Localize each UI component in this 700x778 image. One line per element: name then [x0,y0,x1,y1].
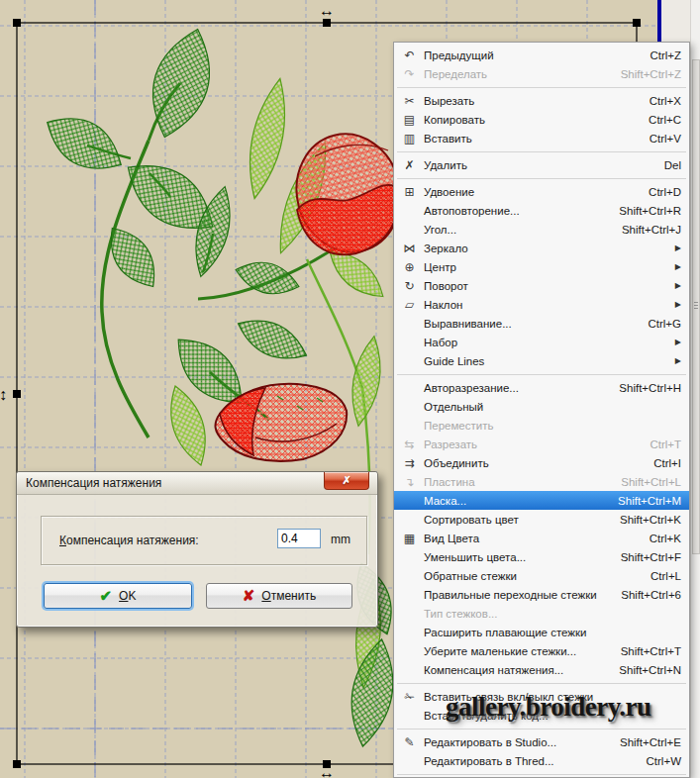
selection-handle[interactable] [13,19,21,27]
menu-item-label: Расширить плавающие стежки [420,627,671,638]
cancel-button[interactable]: ✘ Отменить [206,583,352,609]
menu-item-label: Центр [420,261,662,273]
menu-item[interactable]: ↶ПредыдущийCtrl+Z [394,46,689,64]
menu-item-label: Выравнивание... [420,318,638,330]
menu-item[interactable]: ▤КопироватьCtrl+C [394,110,689,129]
menu-item-label: Guide Lines [420,355,662,367]
v-resize-cursor-icon: ↕ [0,386,7,403]
plate-icon: ↴ [399,475,420,489]
menu-item[interactable]: ↴ПластинаShift+Ctrl+L [394,472,689,491]
menu-item[interactable]: ▦Вид ЦветаCtrl+K [394,529,689,547]
menu-separator [394,147,689,155]
menu-item[interactable]: Авторазрезание...Shift+Ctrl+H [394,378,689,397]
menu-item-shortcut: Shift+Ctrl+6 [611,589,681,601]
unit-label: mm [331,533,350,546]
close-icon: ✗ [342,474,350,487]
menu-item-label: Обратные стежки [420,570,641,582]
submenu-arrow-icon: ▶ [672,243,681,252]
menu-item[interactable]: Переместить [394,416,689,435]
menu-item-label: Вид Цвета [420,533,640,544]
selection-handle[interactable] [13,760,21,768]
menu-item[interactable]: Guide Lines▶ [394,351,689,370]
menu-item-shortcut: Shift+Ctrl+T [611,645,681,657]
menu-item[interactable]: Набор▶ [394,333,689,351]
menu-item-label: Зеркало [420,243,662,254]
menu-item-label: Удвоение [420,186,639,198]
menu-item-shortcut: Shift+Ctrl+R [609,205,681,217]
menu-item-label: Тип стежков... [420,608,671,620]
menu-separator [394,725,689,732]
menu-item-label: Автоповторение... [420,205,609,217]
menu-item[interactable]: Уберите маленькие стежки...Shift+Ctrl+T [394,641,689,660]
menu-item[interactable]: ✗УдалитьDel [394,155,689,174]
menu-item-label: Пластина [420,476,611,488]
menu-separator [394,174,689,182]
menu-separator [394,770,689,778]
menu-item[interactable]: Тип стежков... [394,604,689,623]
selection-handle[interactable] [13,390,21,398]
x-icon: ✘ [243,587,255,605]
menu-item-label: Правильные переходные стежки [420,589,611,601]
menu-item[interactable]: ⋈Зеркало▶ [394,239,689,257]
menu-item-label: Вырезать [420,95,640,107]
menu-separator [394,370,689,378]
menu-item-shortcut: Ctrl+T [640,438,681,450]
menu-item[interactable]: Маска...Shift+Ctrl+M [394,491,689,510]
menu-item[interactable]: ⊕Центр▶ [394,257,689,276]
menu-item-label: Переместить [420,420,671,432]
menu-item-shortcut: Shift+Ctrl+M [608,495,681,507]
menu-item-shortcut: Del [654,159,681,171]
vertical-scrollbar[interactable] [690,0,700,778]
center-icon: ⊕ [399,260,420,274]
menu-item-shortcut: Shift+Ctrl+L [611,476,681,488]
menu-item[interactable]: Правильные переходные стежкиShift+Ctrl+6 [394,585,689,604]
menu-item[interactable]: Расширить плавающие стежки [394,623,689,641]
duplicate-icon: ⊞ [399,185,420,199]
menu-item-shortcut: Ctrl+G [638,318,681,330]
menu-item[interactable]: Компенсация натяжения...Shift+Ctrl+N [394,660,689,679]
split-icon: ⇆ [399,438,420,451]
menu-item[interactable]: ⇆РазрезатьCtrl+T [394,435,689,453]
menu-item-shortcut: Shift+Ctrl+K [610,514,681,526]
menu-item-label: Объединить [420,457,644,469]
close-button[interactable]: ✗ [324,472,369,490]
menu-item[interactable]: ✎Редактировать в Studio...Shift+Ctrl+E [394,732,689,751]
menu-item[interactable]: Обратные стежкиCtrl+L [394,566,689,585]
menu-separator [394,679,689,687]
menu-item[interactable]: Угол...Shift+Ctrl+J [394,220,689,239]
menu-item-label: Наклон [420,299,662,311]
menu-item[interactable]: ▱Наклон▶ [394,295,689,314]
selection-handle[interactable] [633,19,641,27]
menu-item[interactable]: ↻Поворот▶ [394,276,689,295]
menu-item[interactable]: ▥ВставитьCtrl+V [394,129,689,147]
selection-handle[interactable] [323,19,331,27]
undo-icon: ↶ [399,49,420,62]
menu-item[interactable]: Сортировать цветShift+Ctrl+K [394,510,689,529]
menu-item-shortcut: Ctrl+D [639,186,681,198]
menu-item-label: Сортировать цвет [420,514,610,526]
rotate-icon: ↻ [399,279,420,293]
menu-item[interactable]: Выравнивание...Ctrl+G [394,314,689,333]
menu-item[interactable]: Автоповторение...Shift+Ctrl+R [394,201,689,220]
menu-item[interactable]: ↷ПеределатьShift+Ctrl+Z [394,64,689,83]
tension-value-input[interactable] [277,529,321,548]
menu-item-label: Угол... [420,224,612,236]
menu-item-shortcut: Shift+Ctrl+N [609,664,681,676]
menu-item[interactable]: Уменьшить цвета...Shift+Ctrl+F [394,547,689,566]
menu-item-label: Набор [420,337,662,348]
menu-item-label: Предыдущий [420,49,640,61]
menu-item-label: Копировать [420,114,639,126]
ok-button[interactable]: ✔ OK [44,583,192,609]
submenu-arrow-icon: ▶ [672,281,681,290]
menu-item[interactable]: ⊞УдвоениеCtrl+D [394,182,689,201]
copy-icon: ▤ [399,113,420,127]
h-resize-cursor-icon: ↔ [319,2,335,19]
menu-item[interactable]: ⇉ОбъединитьCtrl+I [394,453,689,472]
menu-item-label: Редактировать в Thred... [420,755,637,767]
menu-item[interactable]: Редактировать в Thred...Ctrl+W [394,751,689,770]
menu-item-label: Поворот [420,280,662,292]
menu-item[interactable]: Отдельный [394,397,689,416]
menu-item[interactable]: ✂ВырезатьCtrl+X [394,91,689,110]
menu-item-shortcut: Ctrl+I [644,457,681,469]
scrollbar-thumb[interactable] [692,59,700,554]
